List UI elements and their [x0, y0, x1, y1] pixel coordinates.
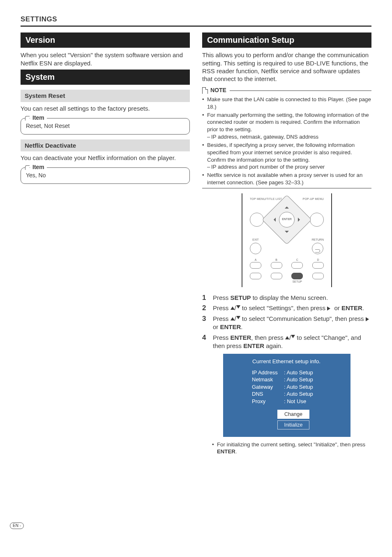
label-enter: ENTER	[231, 334, 251, 341]
ethernet-row: Proxy: Not Use	[252, 398, 315, 406]
remote-a-label: A	[250, 258, 261, 262]
down-arrow-icon	[236, 316, 240, 321]
remote-exit-button	[250, 243, 261, 254]
step-text: Press	[213, 315, 231, 322]
remote-enter-button: ENTER	[279, 212, 295, 227]
postnote-text: For initializing the current setting, se…	[217, 441, 365, 448]
remote-pill-button	[250, 273, 261, 279]
down-arrow-icon	[236, 305, 240, 311]
step-text: or	[213, 323, 220, 330]
netflix-deactivate-item-box: Item Yes, No	[21, 167, 190, 184]
dpad-right-icon	[298, 218, 302, 222]
header-rule	[21, 26, 371, 27]
step-text: .	[362, 304, 364, 311]
label-enter: ENTER	[341, 304, 362, 311]
remote-d-button	[312, 262, 324, 269]
step-item: Press / to select "Communication Setup",…	[202, 315, 371, 331]
remote-pill-button	[312, 273, 324, 279]
ethernet-key: DNS	[252, 391, 284, 398]
step-text: to select "Settings", then press	[240, 304, 327, 311]
ethernet-row: IP Address: Auto Setup	[252, 369, 315, 377]
remote-a-button	[250, 262, 261, 269]
note-header: NOTE	[202, 87, 371, 94]
ethernet-initialize-button[interactable]: Initialize	[277, 420, 309, 429]
step-text: , then press	[251, 334, 285, 341]
step-item: Press / to select "Settings", then press…	[202, 304, 371, 312]
remote-diagram: TOP MENU/TITLE LIST POP-UP MENU ENTER	[202, 193, 371, 287]
dpad-left-icon	[272, 218, 276, 222]
step-text: Press	[213, 334, 231, 341]
item-legend: Item	[30, 114, 47, 122]
note-item: For manually performing the setting, the…	[202, 111, 371, 141]
remote-c-button	[291, 262, 303, 269]
page-footer: EN	[21, 504, 371, 529]
version-desc: When you select "Version" the system sof…	[21, 51, 190, 67]
remote-return-button	[312, 243, 323, 254]
remote-b-label: B	[271, 258, 282, 262]
item-legend: Item	[30, 164, 47, 171]
remote-top-menu-label: TOP MENU/TITLE LIST	[250, 197, 282, 201]
step-text: .	[241, 323, 242, 330]
step-text: again.	[264, 342, 283, 349]
note-footer-line	[202, 188, 371, 188]
label-enter: ENTER	[243, 342, 264, 349]
post-panel-note: For initializing the current setting, se…	[202, 441, 371, 455]
ethernet-table: IP Address: Auto Setup Netmask: Auto Set…	[252, 369, 315, 406]
step-text: to select "Communication Setup", then pr…	[240, 315, 366, 322]
up-arrow-icon	[231, 304, 235, 310]
remote-popup-menu-button	[310, 213, 324, 227]
right-column: Communication Setup This allows you to p…	[202, 32, 371, 455]
remote-popup-menu-label: POP-UP MENU	[303, 197, 324, 201]
note-page-icon	[202, 87, 208, 94]
ethernet-key: Proxy	[252, 398, 284, 406]
step-item: Press ENTER, then press / to select "Cha…	[202, 334, 371, 350]
note-subitem: IP address and port number of the proxy …	[207, 163, 371, 171]
step-item: Press SETUP to display the Menu screen.	[202, 294, 371, 302]
system-reset-item-value: Reset, Not Reset	[26, 123, 184, 130]
note-list: Make sure that the LAN cable is connecte…	[202, 96, 371, 186]
netflix-deactivate-item-value: Yes, No	[26, 172, 184, 179]
step-text: Press	[213, 294, 231, 301]
down-arrow-icon	[291, 335, 295, 340]
remote-dpad: ENTER	[269, 202, 304, 237]
netflix-deactivate-heading: Netflix Deactivate	[21, 139, 190, 151]
steps-list: Press SETUP to display the Menu screen. …	[202, 294, 371, 350]
label-setup: SETUP	[231, 294, 251, 301]
up-arrow-icon	[285, 334, 289, 339]
version-heading: Version	[21, 32, 190, 48]
ethernet-row: Netmask: Auto Setup	[252, 376, 315, 384]
note-item-text: Besides, if specifying a proxy server, t…	[207, 142, 355, 163]
ethernet-row: DNS: Auto Setup	[252, 391, 315, 398]
ethernet-row: Gateway: Auto Setup	[252, 384, 315, 391]
label-enter: ENTER	[217, 448, 235, 455]
step-text: to display the Menu screen.	[251, 294, 328, 301]
system-reset-desc: You can reset all settings to the factor…	[21, 104, 190, 112]
return-arrow-icon	[315, 249, 320, 253]
ethernet-val: : Auto Setup	[284, 376, 315, 384]
remote-d-label: D	[312, 258, 324, 262]
ethernet-key: Gateway	[252, 384, 284, 391]
ethernet-change-button[interactable]: Change	[277, 410, 309, 419]
postnote-text: .	[235, 448, 237, 455]
ethernet-val: : Auto Setup	[284, 391, 315, 398]
ethernet-val: : Not Use	[284, 398, 315, 406]
note-item: Besides, if specifying a proxy server, t…	[202, 142, 371, 171]
communication-setup-desc: This allows you to perform and/or change…	[202, 51, 371, 83]
netflix-deactivate-desc: You can deactivate your Netflix informat…	[21, 154, 190, 162]
step-text: Press	[213, 304, 231, 311]
remote-c-label: C	[291, 258, 303, 262]
remote-return-label: RETURN	[312, 238, 324, 242]
note-subitem: IP address, netmask, gateway, DNS addres…	[207, 133, 371, 141]
remote-top-menu-button	[250, 213, 264, 227]
language-badge: EN	[10, 522, 24, 529]
communication-setup-heading: Communication Setup	[202, 32, 371, 48]
up-arrow-icon	[231, 315, 235, 320]
note-item-text: For manually performing the setting, the…	[207, 112, 369, 133]
remote-setup-button	[291, 273, 303, 279]
label-enter: ENTER	[220, 323, 241, 330]
ethernet-info-panel: Current Ethernet setup info. IP Address:…	[223, 354, 350, 436]
ethernet-key: Netmask	[252, 376, 284, 384]
right-arrow-icon	[327, 306, 332, 311]
note-label: NOTE	[210, 87, 226, 94]
left-column: Version When you select "Version" the sy…	[21, 32, 190, 455]
